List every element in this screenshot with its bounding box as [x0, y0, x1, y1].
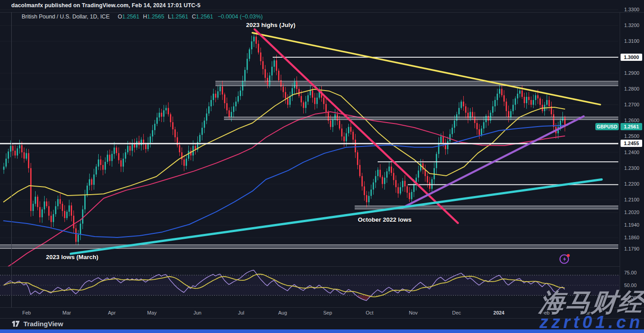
time-tick-label: Apr — [108, 310, 115, 315]
open-value: 1.2561 — [122, 14, 139, 20]
time-tick-label: Oct — [365, 310, 373, 315]
price-level-badge-13000: 1.3000 — [621, 54, 642, 61]
last-price-badge: 1.2561 — [621, 123, 642, 130]
price-tick-label: 1.2200 — [624, 181, 639, 187]
price-tick-label: 1.1940 — [624, 222, 639, 228]
time-tick-label: Aug — [278, 310, 287, 315]
time-tick-label: Nov — [409, 310, 418, 315]
high-value: 1.2565 — [147, 14, 164, 20]
change-value: −0.0004 (−0.03%) — [218, 14, 263, 20]
tradingview-logo-icon — [11, 320, 20, 327]
price-axis-divider[interactable] — [620, 12, 620, 307]
close-value: 1.2561 — [196, 14, 213, 20]
time-tick-label: Sep — [323, 310, 332, 315]
tradingview-published-chart: dacolmanfx published on TradingView.com,… — [0, 0, 644, 333]
header-divider — [0, 12, 644, 13]
open-label: O — [118, 14, 122, 20]
price-tick-label: 1.1790 — [624, 246, 639, 252]
price-tick-label: 1.3200 — [624, 23, 639, 28]
symbol-chip: GBPUSD — [595, 123, 619, 130]
price-tick-label: 1.2020 — [624, 210, 639, 215]
price-tick-label: 1.3100 — [624, 38, 639, 44]
price-tick-label: 1.3300 — [624, 7, 639, 13]
attribution-text: dacolmanfx published on TradingView.com,… — [11, 2, 201, 9]
annotation-2023-lows: 2023 lows (March) — [46, 254, 98, 260]
moving-averages-layer — [4, 89, 568, 269]
price-tick-label: 1.2700 — [624, 102, 639, 108]
price-tick-label: 1.2100 — [624, 197, 639, 203]
price-tick-label: 1.2300 — [624, 165, 639, 171]
support-resistance-band-fills — [0, 81, 618, 248]
flash-idea-icon[interactable] — [559, 253, 571, 265]
price-tick-label: 1.2500 — [624, 133, 639, 139]
pane-divider[interactable] — [0, 266, 620, 267]
price-tick-label: 1.2900 — [624, 70, 639, 76]
time-tick-label: 2024 — [493, 310, 504, 315]
time-tick-label: Jun — [193, 310, 201, 315]
tradingview-footer[interactable]: TradingView — [11, 320, 63, 328]
time-tick-label: Jul — [238, 310, 244, 315]
chart-canvas[interactable] — [0, 0, 644, 333]
time-tick-label: May — [147, 310, 157, 315]
close-label: C — [192, 14, 196, 20]
time-tick-label: Dec — [452, 310, 461, 315]
notification-dot — [567, 254, 570, 257]
symbol-title[interactable]: British Pound / U.S. Dollar, 1D, ICE — [22, 14, 110, 20]
price-tick-label: 1.2800 — [624, 86, 639, 92]
rsi-tick-label: 75.00 — [624, 270, 637, 276]
price-level-badge-12455: 1.2455 — [621, 140, 642, 147]
time-tick-label: Mar — [63, 310, 71, 315]
price-tick-label: 1.1860 — [624, 235, 639, 241]
low-label: L — [168, 14, 171, 20]
rsi-pane-layer — [0, 270, 620, 301]
symbol-info-bar[interactable]: British Pound / U.S. Dollar, 1D, ICE O1.… — [22, 14, 263, 20]
annotation-2023-highs: 2023 highs (July) — [246, 22, 296, 28]
tradingview-brand-text: TradingView — [23, 320, 63, 328]
price-tick-label: 1.2400 — [624, 150, 639, 155]
watermark-site: zzrt01.cn — [539, 312, 643, 332]
time-tick-label: Feb — [23, 310, 31, 315]
annotation-october-2022-lows: October 2022 lows — [358, 216, 411, 223]
grid-layer — [0, 9, 618, 249]
high-label: H — [143, 14, 147, 20]
left-border — [11, 12, 12, 307]
lightning-bolt-glyph — [563, 257, 566, 262]
low-value: 1.2561 — [171, 14, 188, 20]
